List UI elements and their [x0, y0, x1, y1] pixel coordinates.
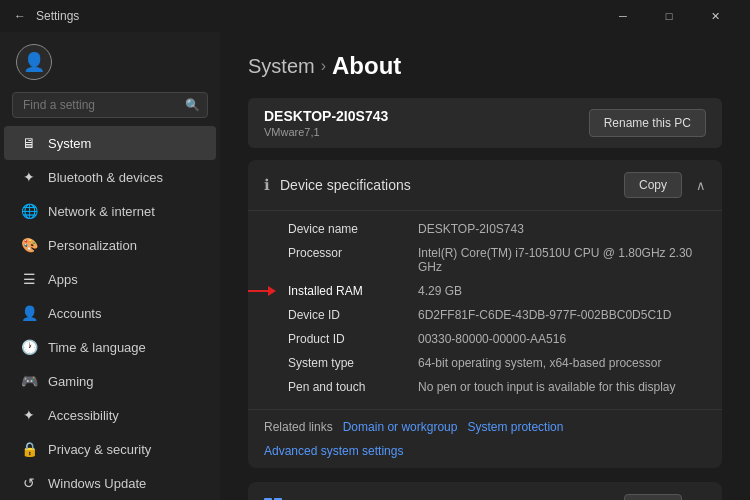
sidebar-icon-accessibility: ✦	[20, 406, 38, 424]
spec-row: System type 64-bit operating system, x64…	[288, 351, 706, 375]
related-links: Related links Domain or workgroup System…	[248, 409, 722, 468]
spec-row: Product ID 00330-80000-00000-AA516	[288, 327, 706, 351]
windows-specs-header: Windows specifications Copy ∧	[248, 482, 722, 500]
sidebar-item-accounts[interactable]: 👤 Accounts	[4, 296, 216, 330]
breadcrumb-chevron: ›	[321, 57, 326, 75]
arrow-indicator	[248, 286, 276, 296]
content-area: System › About DESKTOP-2I0S743 VMware7,1…	[220, 32, 750, 500]
titlebar: ← Settings ─ □ ✕	[0, 0, 750, 32]
close-button[interactable]: ✕	[692, 0, 738, 32]
spec-label: Installed RAM	[288, 284, 418, 298]
sidebar-label-apps: Apps	[48, 272, 78, 287]
device-specs-copy-button[interactable]: Copy	[624, 172, 682, 198]
sidebar-icon-system: 🖥	[20, 134, 38, 152]
window-controls: ─ □ ✕	[600, 0, 738, 32]
sidebar-icon-time: 🕐	[20, 338, 38, 356]
pc-name: DESKTOP-2I0S743	[264, 108, 388, 124]
breadcrumb-parent: System	[248, 55, 315, 78]
sidebar-icon-accounts: 👤	[20, 304, 38, 322]
device-specs-header: ℹ Device specifications Copy ∧	[248, 160, 722, 211]
spec-value: 00330-80000-00000-AA516	[418, 332, 706, 346]
windows-specs-section: Windows specifications Copy ∧ Edition Wi…	[248, 482, 722, 500]
sidebar-icon-privacy: 🔒	[20, 440, 38, 458]
spec-label: Device ID	[288, 308, 418, 322]
back-icon[interactable]: ←	[12, 8, 28, 24]
pc-sub: VMware7,1	[264, 126, 388, 138]
sidebar-icon-network: 🌐	[20, 202, 38, 220]
sidebar-item-privacy[interactable]: 🔒 Privacy & security	[4, 432, 216, 466]
spec-row: Pen and touch No pen or touch input is a…	[288, 375, 706, 399]
spec-value: DESKTOP-2I0S743	[418, 222, 706, 236]
sidebar-item-personalization[interactable]: 🎨 Personalization	[4, 228, 216, 262]
sidebar: 👤 🔍 🖥 System✦ Bluetooth & devices🌐 Netwo…	[0, 32, 220, 500]
minimize-button[interactable]: ─	[600, 0, 646, 32]
search-box: 🔍	[12, 92, 208, 118]
sidebar-label-gaming: Gaming	[48, 374, 94, 389]
sidebar-label-privacy: Privacy & security	[48, 442, 151, 457]
sidebar-header: 👤	[0, 32, 220, 88]
app-body: 👤 🔍 🖥 System✦ Bluetooth & devices🌐 Netwo…	[0, 32, 750, 500]
sidebar-item-gaming[interactable]: 🎮 Gaming	[4, 364, 216, 398]
sidebar-label-system: System	[48, 136, 91, 151]
sidebar-icon-gaming: 🎮	[20, 372, 38, 390]
info-icon: ℹ	[264, 176, 270, 194]
spec-value: 6D2FF81F-C6DE-43DB-977F-002BBC0D5C1D	[418, 308, 706, 322]
sidebar-label-time: Time & language	[48, 340, 146, 355]
related-link-domain[interactable]: Domain or workgroup	[343, 420, 458, 434]
spec-row: Installed RAM 4.29 GB	[288, 279, 706, 303]
device-specs-title: Device specifications	[280, 177, 614, 193]
sidebar-item-network[interactable]: 🌐 Network & internet	[4, 194, 216, 228]
titlebar-title: Settings	[36, 9, 79, 23]
sidebar-label-personalization: Personalization	[48, 238, 137, 253]
spec-row: Device name DESKTOP-2I0S743	[288, 217, 706, 241]
sidebar-label-update: Windows Update	[48, 476, 146, 491]
breadcrumb-current: About	[332, 52, 401, 80]
spec-label: Device name	[288, 222, 418, 236]
search-input[interactable]	[12, 92, 208, 118]
sidebar-label-network: Network & internet	[48, 204, 155, 219]
sidebar-item-apps[interactable]: ☰ Apps	[4, 262, 216, 296]
spec-label: Pen and touch	[288, 380, 418, 394]
related-link-advanced[interactable]: Advanced system settings	[264, 444, 403, 458]
avatar: 👤	[16, 44, 52, 80]
rename-pc-button[interactable]: Rename this PC	[589, 109, 706, 137]
spec-label: Product ID	[288, 332, 418, 346]
sidebar-label-accounts: Accounts	[48, 306, 101, 321]
sidebar-item-time[interactable]: 🕐 Time & language	[4, 330, 216, 364]
sidebar-item-update[interactable]: ↺ Windows Update	[4, 466, 216, 500]
sidebar-label-accessibility: Accessibility	[48, 408, 119, 423]
pc-bar: DESKTOP-2I0S743 VMware7,1 Rename this PC	[248, 98, 722, 148]
pc-info: DESKTOP-2I0S743 VMware7,1	[264, 108, 388, 138]
sidebar-nav: 🖥 System✦ Bluetooth & devices🌐 Network &…	[0, 126, 220, 500]
breadcrumb: System › About	[248, 52, 722, 80]
sidebar-icon-apps: ☰	[20, 270, 38, 288]
related-links-label: Related links	[264, 420, 333, 434]
device-specs-section: ℹ Device specifications Copy ∧ Device na…	[248, 160, 722, 468]
spec-value: No pen or touch input is available for t…	[418, 380, 706, 394]
spec-value: 4.29 GB	[418, 284, 706, 298]
sidebar-item-bluetooth[interactable]: ✦ Bluetooth & devices	[4, 160, 216, 194]
sidebar-icon-personalization: 🎨	[20, 236, 38, 254]
avatar-icon: 👤	[23, 51, 45, 73]
spec-label: Processor	[288, 246, 418, 274]
spec-row: Device ID 6D2FF81F-C6DE-43DB-977F-002BBC…	[288, 303, 706, 327]
spec-label: System type	[288, 356, 418, 370]
spec-value: 64-bit operating system, x64-based proce…	[418, 356, 706, 370]
spec-value: Intel(R) Core(TM) i7-10510U CPU @ 1.80GH…	[418, 246, 706, 274]
sidebar-label-bluetooth: Bluetooth & devices	[48, 170, 163, 185]
device-specs-collapse-icon[interactable]: ∧	[696, 178, 706, 193]
restore-button[interactable]: □	[646, 0, 692, 32]
windows-specs-copy-button[interactable]: Copy	[624, 494, 682, 500]
sidebar-item-accessibility[interactable]: ✦ Accessibility	[4, 398, 216, 432]
related-link-protection[interactable]: System protection	[467, 420, 563, 434]
sidebar-icon-bluetooth: ✦	[20, 168, 38, 186]
device-specs-table: Device name DESKTOP-2I0S743 Processor In…	[248, 211, 722, 409]
sidebar-item-system[interactable]: 🖥 System	[4, 126, 216, 160]
search-icon: 🔍	[185, 98, 200, 112]
spec-row: Processor Intel(R) Core(TM) i7-10510U CP…	[288, 241, 706, 279]
sidebar-icon-update: ↺	[20, 474, 38, 492]
